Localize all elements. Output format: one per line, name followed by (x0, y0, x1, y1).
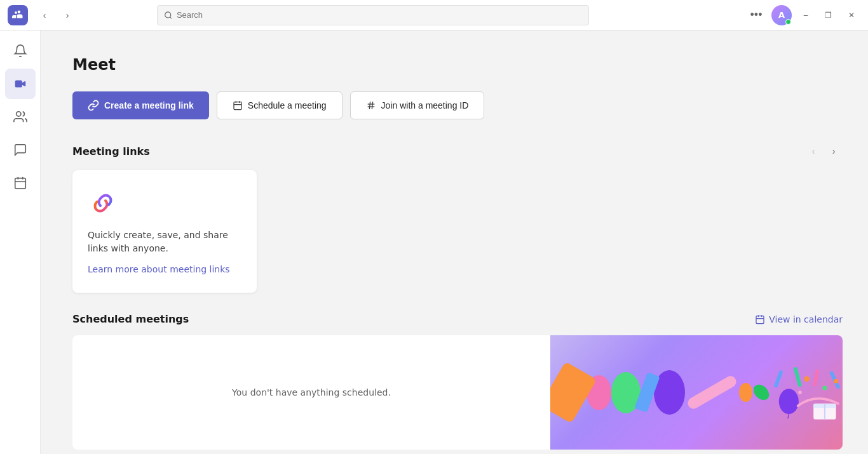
svg-rect-1 (15, 178, 25, 189)
svg-rect-17 (773, 370, 783, 389)
maximize-button[interactable]: ❐ (820, 6, 837, 24)
back-button[interactable]: ‹ (36, 6, 53, 24)
close-button[interactable]: ✕ (843, 6, 860, 24)
sidebar-item-chat[interactable] (5, 135, 36, 165)
search-input[interactable] (177, 10, 582, 20)
minimize-button[interactable]: – (797, 6, 815, 24)
forward-button[interactable]: › (58, 6, 76, 24)
hashtag-icon (366, 100, 376, 110)
join-with-id-button[interactable]: Join with a meeting ID (350, 91, 485, 119)
svg-point-25 (798, 391, 802, 394)
calendar-small-icon (755, 314, 765, 324)
decoration-shape-7 (739, 383, 752, 402)
search-icon (164, 11, 173, 20)
svg-rect-19 (813, 369, 819, 386)
svg-line-22 (788, 414, 789, 418)
scheduled-empty-state: You don't have anything scheduled. (72, 335, 550, 450)
titlebar: ‹ › ••• A – ❐ ✕ (0, 0, 868, 30)
svg-point-0 (165, 11, 171, 17)
svg-point-24 (822, 385, 827, 390)
meeting-links-section: Meeting links ‹ › (72, 142, 843, 293)
svg-point-23 (804, 377, 809, 382)
schedule-meeting-button[interactable]: Schedule a meeting (217, 91, 342, 119)
search-bar (157, 5, 589, 25)
card-link-icon (88, 188, 118, 218)
scheduled-meetings-header: Scheduled meetings View in calendar (72, 313, 843, 325)
scheduled-meetings-section: Scheduled meetings View in calendar You … (72, 313, 843, 450)
create-meeting-link-button[interactable]: Create a meeting link (72, 91, 209, 119)
celebration-svg (771, 354, 843, 431)
svg-line-11 (369, 102, 370, 109)
svg-point-26 (834, 379, 838, 384)
meeting-links-next-button[interactable]: › (825, 142, 843, 160)
decoration-shape-8 (751, 382, 773, 403)
teams-logo (8, 5, 28, 25)
link-illustration-icon (88, 188, 118, 218)
link-icon (88, 100, 99, 111)
calendar-icon (13, 176, 27, 190)
video-icon (13, 77, 27, 91)
meeting-links-card: Quickly create, save, and share links wi… (72, 170, 257, 293)
page-title: Meet (72, 56, 843, 74)
app-body: Meet Create a meeting link Schedule a me… (0, 30, 868, 454)
meeting-links-nav: ‹ › (804, 142, 843, 160)
schedule-icon (233, 100, 243, 110)
scheduled-meetings-title: Scheduled meetings (72, 313, 189, 325)
action-buttons: Create a meeting link Schedule a meeting… (72, 91, 843, 119)
card-description: Quickly create, save, and share links wi… (88, 229, 241, 255)
people-icon (13, 110, 27, 124)
sidebar-item-calendar[interactable] (5, 168, 36, 198)
main-content: Meet Create a meeting link Schedule a me… (41, 30, 868, 454)
scheduled-illustration (550, 335, 843, 450)
more-options-button[interactable]: ••• (746, 5, 766, 25)
svg-line-12 (372, 102, 372, 109)
meeting-links-prev-button[interactable]: ‹ (804, 142, 822, 160)
sidebar (0, 30, 41, 454)
meeting-links-header: Meeting links ‹ › (72, 142, 843, 160)
scheduled-meetings-container: You don't have anything scheduled. (72, 335, 843, 450)
view-in-calendar-button[interactable]: View in calendar (755, 314, 843, 324)
sidebar-item-people[interactable] (5, 102, 36, 132)
svg-rect-13 (756, 316, 764, 323)
online-status-indicator (785, 19, 791, 25)
chat-icon (13, 143, 27, 157)
bell-icon (13, 44, 27, 58)
learn-more-link[interactable]: Learn more about meeting links (88, 264, 230, 274)
svg-rect-18 (793, 367, 802, 387)
sidebar-item-meetings[interactable] (5, 69, 36, 99)
sidebar-item-notifications[interactable] (5, 36, 36, 66)
decoration-shape-6 (686, 374, 738, 411)
svg-point-21 (779, 389, 799, 414)
avatar[interactable]: A (771, 5, 792, 25)
meeting-links-title: Meeting links (72, 145, 150, 157)
titlebar-right: ••• A – ❐ ✕ (746, 5, 860, 25)
